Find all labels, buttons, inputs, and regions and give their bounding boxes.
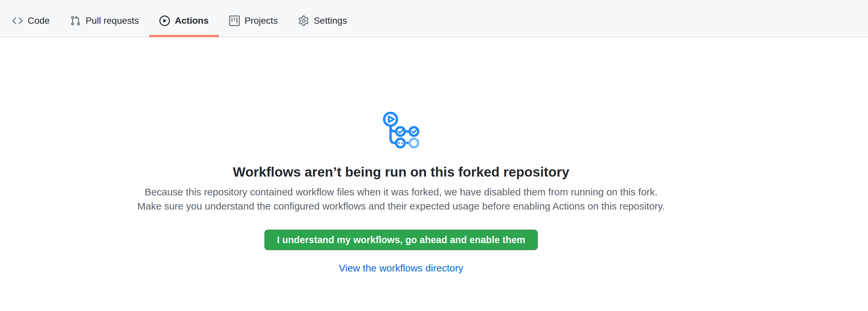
tab-projects[interactable]: Projects: [219, 5, 288, 37]
tab-actions-label: Actions: [175, 16, 209, 25]
enable-button-row: I understand my workflows, go ahead and …: [133, 213, 670, 250]
workflows-link-row: View the workflows directory: [133, 262, 670, 274]
blankslate-title: Workflows aren’t being run on this forke…: [133, 164, 670, 181]
view-workflows-directory-link[interactable]: View the workflows directory: [339, 262, 463, 274]
tab-settings[interactable]: Settings: [288, 5, 357, 37]
tab-code-label: Code: [28, 16, 50, 25]
actions-blankslate: Workflows aren’t being run on this forke…: [133, 112, 670, 274]
tab-projects-label: Projects: [245, 16, 278, 25]
tab-actions[interactable]: Actions: [149, 5, 219, 37]
repo-tabnav: Code Pull requests Actions Projects Sett…: [0, 0, 868, 37]
tab-settings-label: Settings: [314, 16, 347, 25]
workflow-illustration-icon: [383, 112, 419, 149]
enable-workflows-button[interactable]: I understand my workflows, go ahead and …: [265, 229, 538, 250]
gear-icon: [298, 15, 309, 26]
tab-pull-requests-label: Pull requests: [86, 16, 139, 25]
play-icon: [159, 15, 170, 26]
project-icon: [229, 15, 240, 26]
git-pull-request-icon: [70, 15, 81, 26]
tab-code[interactable]: Code: [2, 5, 60, 37]
tab-pull-requests[interactable]: Pull requests: [60, 5, 149, 37]
code-icon: [12, 15, 23, 26]
blankslate-description: Because this repository contained workfl…: [133, 185, 670, 213]
